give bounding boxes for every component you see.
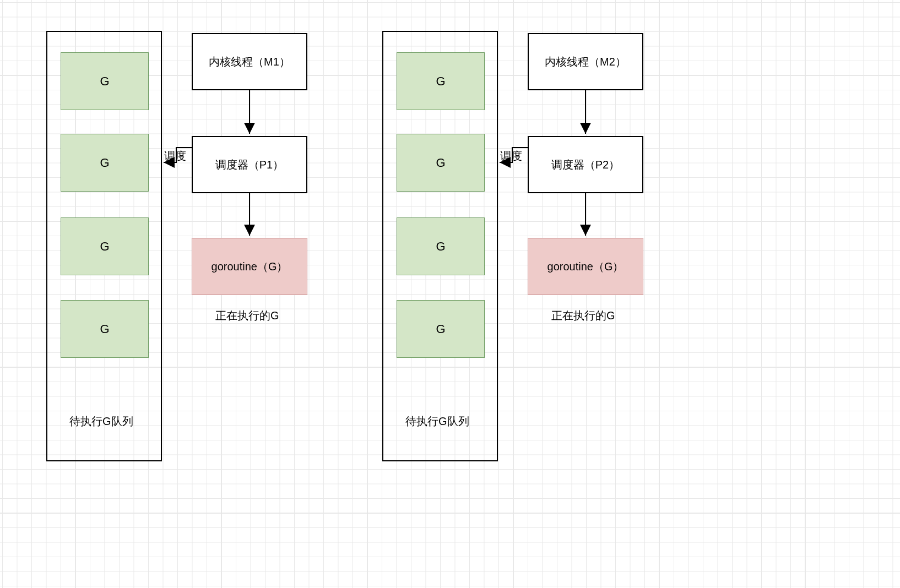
diagram-canvas: G G G G 待执行G队列 内核线程（M1） 调度器（P1） goroutin… [0, 0, 900, 588]
kernel-thread-label: 内核线程（M2） [545, 55, 626, 69]
schedule-edge-label-1: 调度 [164, 149, 186, 164]
goroutine-label: goroutine（G） [547, 259, 624, 274]
schedule-edge-label-2: 调度 [500, 149, 522, 164]
g-box: G [397, 300, 485, 358]
kernel-thread-box: 内核线程（M2） [528, 33, 643, 90]
g-label: G [436, 156, 445, 170]
g-box: G [397, 217, 485, 275]
g-box: G [61, 52, 149, 110]
g-label: G [100, 156, 109, 170]
g-label: G [100, 239, 109, 254]
g-box: G [61, 300, 149, 358]
scheduler-box: 调度器（P2） [528, 136, 643, 193]
running-label-1: 正在执行的G [215, 308, 279, 323]
kernel-thread-label: 内核线程（M1） [209, 55, 290, 69]
kernel-thread-box: 内核线程（M1） [192, 33, 307, 90]
scheduler-box: 调度器（P1） [192, 136, 307, 193]
g-label: G [100, 322, 109, 336]
queue-label-1: 待执行G队列 [69, 414, 133, 429]
goroutine-box: goroutine（G） [528, 238, 643, 295]
g-box: G [61, 134, 149, 192]
g-label: G [100, 74, 109, 89]
g-box: G [61, 217, 149, 275]
goroutine-label: goroutine（G） [212, 259, 288, 274]
g-label: G [436, 74, 445, 89]
g-label: G [436, 322, 445, 336]
running-label-2: 正在执行的G [551, 308, 615, 323]
goroutine-box: goroutine（G） [192, 238, 307, 295]
g-box: G [397, 52, 485, 110]
scheduler-label: 调度器（P1） [215, 157, 284, 172]
g-label: G [436, 239, 445, 254]
scheduler-label: 调度器（P2） [551, 157, 620, 172]
g-box: G [397, 134, 485, 192]
queue-label-2: 待执行G队列 [405, 414, 469, 429]
